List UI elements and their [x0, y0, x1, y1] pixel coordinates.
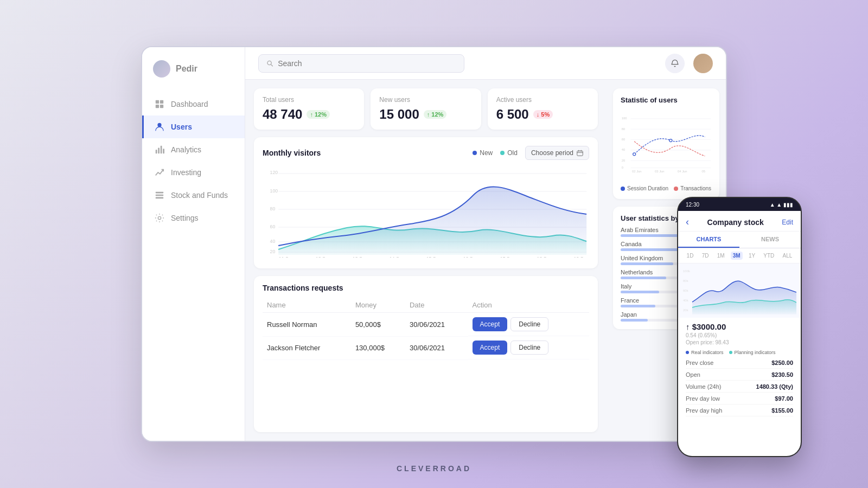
stat-value-total: 48 740 — [263, 107, 302, 122]
country-bar-jp — [621, 319, 648, 322]
sidebar-item-stock[interactable]: Stock and Funds — [142, 184, 245, 207]
svg-rect-1 — [160, 100, 163, 104]
phone-stock-chart: 100k 80k 60k 40k 20k — [682, 267, 796, 316]
header-right — [665, 54, 713, 73]
svg-text:20: 20 — [622, 159, 626, 162]
svg-text:03 Jun: 03 Jun — [655, 170, 665, 173]
sidebar-item-users[interactable]: Users — [142, 115, 245, 138]
svg-text:05: 05 — [702, 170, 706, 173]
col-name: Name — [263, 298, 351, 313]
phone-period-7d[interactable]: 7D — [700, 252, 711, 260]
phone-period-1d[interactable]: 1D — [685, 252, 696, 260]
phone-dot-planning — [729, 351, 732, 354]
svg-rect-9 — [156, 192, 163, 194]
stat-label-new: New users — [379, 96, 472, 104]
svg-text:14 Sep: 14 Sep — [390, 256, 405, 258]
row1-money: 50,000$ — [351, 313, 405, 337]
monthly-visitors-chart: 120 100 80 60 40 20 — [263, 165, 589, 258]
phone-overlay: 12:30 ▲ ▲ ▮▮▮ ‹ Company stock Edit CHART… — [677, 197, 802, 457]
stat-label-total: Total users — [263, 96, 355, 104]
col-action: Action — [468, 298, 589, 313]
svg-point-4 — [157, 123, 161, 127]
row2-name: Jackson Fletcher — [263, 336, 351, 359]
search-input[interactable] — [278, 59, 456, 68]
phone-stat-val-prevcl: $250.00 — [771, 359, 793, 366]
svg-rect-11 — [156, 197, 163, 199]
sidebar-item-settings[interactable]: Settings — [142, 207, 245, 229]
accept-button-1[interactable]: Accept — [473, 317, 508, 331]
svg-text:20: 20 — [270, 249, 276, 254]
col-date: Date — [405, 298, 468, 313]
phone-time: 12:30 — [686, 202, 699, 208]
country-bar-ca — [621, 248, 680, 251]
table-row: Russell Norman 50,000$ 30/06/2021 Accept… — [263, 313, 589, 337]
phone-legend-planning-label: Planning indicators — [735, 350, 776, 355]
phone-content: ‹ Company stock Edit CHARTS NEWS 1D 7D 1… — [678, 211, 801, 456]
sidebar-label-analytics: Analytics — [171, 145, 201, 154]
phone-stat-low: Prev day low $97.00 — [686, 395, 793, 404]
phone-price-info: ↑ $3000.00 0.54 (0.65%) Open price: 98.4… — [678, 318, 801, 348]
legend-session-label: Session Duration — [627, 185, 668, 191]
decline-button-2[interactable]: Decline — [510, 341, 548, 355]
phone-back-button[interactable]: ‹ — [686, 216, 689, 228]
sidebar: Pedir Dashboard Users — [142, 47, 245, 441]
stack-icon — [155, 190, 164, 200]
monthly-chart-title: Monthly visitors — [263, 149, 321, 157]
phone-period-1m[interactable]: 1M — [715, 252, 727, 260]
sidebar-label-users: Users — [171, 123, 192, 131]
stat-badge-total: ↑ 12% — [307, 110, 330, 119]
stat-label-active: Active users — [496, 96, 589, 104]
notification-button[interactable] — [665, 54, 685, 73]
row1-date: 30/06/2021 — [405, 313, 468, 337]
phone-edit-button[interactable]: Edit — [782, 219, 793, 226]
svg-rect-2 — [156, 105, 159, 108]
sidebar-item-investing[interactable]: Investing — [142, 161, 245, 184]
logo-text: Pedir — [176, 64, 197, 74]
phone-legend-real: Real indicators — [686, 350, 724, 355]
svg-text:0: 0 — [622, 166, 624, 169]
row2-date: 30/06/2021 — [405, 336, 468, 359]
phone-period-all[interactable]: ALL — [781, 252, 795, 260]
phone-legend-real-label: Real indicators — [691, 350, 724, 355]
phone-stat-label-prevcl: Prev close — [686, 359, 713, 366]
accept-button-2[interactable]: Accept — [473, 341, 508, 355]
phone-stat-prevcl: Prev close $250.00 — [686, 359, 793, 369]
svg-text:19 Sep: 19 Sep — [574, 256, 589, 258]
statistics-chart-title: Statistic of users — [621, 96, 712, 104]
user-icon — [155, 122, 164, 132]
svg-text:60k: 60k — [683, 289, 689, 292]
decline-button-1[interactable]: Decline — [510, 317, 548, 331]
sidebar-label-settings: Settings — [171, 214, 199, 222]
period-button[interactable]: Choose period — [525, 146, 589, 160]
legend-dot-new — [473, 151, 477, 155]
svg-rect-15 — [577, 151, 583, 156]
phone-tab-news[interactable]: NEWS — [739, 232, 801, 248]
avatar[interactable] — [693, 54, 713, 73]
search-box[interactable] — [258, 54, 464, 73]
svg-text:40: 40 — [270, 239, 276, 244]
country-bar-nl — [621, 277, 666, 279]
stat-badge-new: ↑ 12% — [424, 110, 447, 119]
monthly-chart-legend: New Old Choose period — [473, 146, 589, 160]
phone-stat-label-low: Prev day low — [686, 395, 720, 402]
legend-transactions-label: Transactions — [680, 185, 711, 191]
sidebar-item-dashboard[interactable]: Dashboard — [142, 93, 245, 115]
phone-period-ytd[interactable]: YTD — [761, 252, 776, 260]
svg-point-12 — [158, 216, 161, 219]
gear-icon — [155, 213, 164, 223]
svg-text:12 Sep: 12 Sep — [316, 256, 331, 258]
phone-stat-label-open: Open — [686, 371, 700, 378]
row1-actions: Accept Decline — [468, 313, 589, 336]
phone-period-3m[interactable]: 3M — [731, 252, 743, 260]
brand-label: CLEVERROAD — [397, 464, 471, 473]
phone-stat-val-high: $155.00 — [771, 407, 793, 414]
phone-stat-val-vol: 1480.33 (Qty) — [756, 383, 793, 390]
phone-stat-vol: Volume (24h) 1480.33 (Qty) — [686, 383, 793, 393]
phone-tab-charts[interactable]: CHARTS — [678, 232, 739, 248]
phone-stat-high: Prev day high $155.00 — [686, 407, 793, 416]
phone-period-1y[interactable]: 1Y — [746, 252, 757, 260]
sidebar-item-analytics[interactable]: Analytics — [142, 138, 245, 161]
transactions-table: Name Money Date Action Russell Norman 50… — [263, 298, 589, 360]
svg-point-53 — [669, 139, 672, 142]
phone-screen-title: Company stock — [707, 218, 764, 227]
